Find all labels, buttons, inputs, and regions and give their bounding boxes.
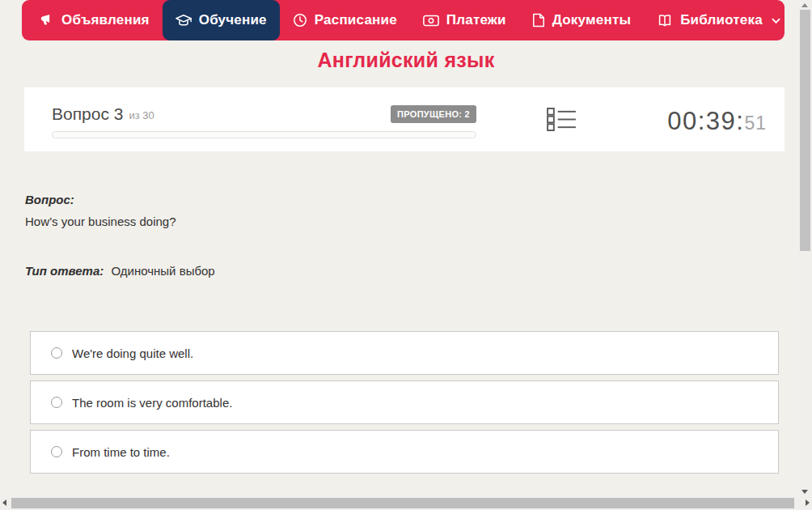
nav-item-announcements[interactable]: Объявления (27, 0, 163, 40)
scroll-down-arrow-icon[interactable] (801, 490, 808, 494)
radio-button[interactable] (51, 347, 62, 359)
checklist-icon (547, 108, 577, 134)
timer-minutes: 00:39: (667, 107, 744, 136)
horizontal-scrollbar[interactable] (0, 496, 812, 510)
question-card: Вопрос 3 из 30 ПРОПУЩЕНО: 2 00:39: 51 (24, 87, 785, 151)
chevron-down-icon (772, 18, 780, 24)
scroll-up-arrow-icon[interactable] (801, 3, 808, 7)
scroll-left-arrow-icon[interactable] (2, 499, 6, 506)
horizontal-scrollbar-thumb[interactable] (11, 498, 794, 508)
radio-button[interactable] (51, 397, 62, 408)
radio-button[interactable] (51, 446, 62, 457)
question-total: из 30 (129, 109, 154, 121)
megaphone-icon (40, 13, 54, 28)
answer-options: We're doing quite well. The room is very… (30, 331, 779, 474)
top-navigation: Объявления Обучение Расписание Платежи Д… (22, 0, 785, 40)
nav-item-label: Документы (552, 12, 631, 28)
clock-icon (293, 13, 307, 28)
timer-seconds: 51 (744, 113, 767, 134)
nav-item-label: Объявления (61, 12, 150, 28)
question-body: Вопрос: How’s your business doing? Тип о… (25, 192, 785, 279)
answer-option[interactable]: We're doing quite well. (30, 331, 779, 375)
nav-item-label: Обучение (199, 12, 267, 28)
question-list-button[interactable] (547, 108, 577, 134)
vertical-scrollbar-thumb[interactable] (800, 10, 810, 251)
question-number: Вопрос 3 (52, 104, 123, 124)
skipped-badge: ПРОПУЩЕНО: 2 (391, 105, 476, 123)
scroll-right-arrow-icon[interactable] (806, 499, 810, 506)
graduation-cap-icon (176, 14, 192, 28)
answer-option-label: We're doing quite well. (72, 346, 193, 360)
vertical-scrollbar[interactable] (798, 0, 812, 496)
nav-item-learning[interactable]: Обучение (163, 0, 280, 40)
document-icon (532, 13, 545, 28)
nav-item-label: Библиотека (680, 12, 763, 28)
answer-option-label: From time to time. (72, 445, 170, 459)
nav-item-documents[interactable]: Документы (519, 0, 644, 40)
answer-option[interactable]: The room is very comfortable. (30, 380, 779, 424)
open-book-icon (657, 14, 673, 28)
question-text: How’s your business doing? (25, 213, 785, 231)
nav-item-label: Расписание (315, 12, 397, 28)
answer-option-label: The room is very comfortable. (72, 396, 232, 410)
progress-bar (52, 131, 476, 138)
nav-item-label: Платежи (446, 12, 506, 28)
page-title: Английский язык (0, 49, 812, 72)
nav-item-library[interactable]: Библиотека (644, 0, 793, 40)
banknote-icon (423, 15, 439, 27)
nav-item-schedule[interactable]: Расписание (280, 0, 410, 40)
answer-type-value: Одиночный выбор (111, 264, 214, 278)
answer-type-label: Тип ответа: (25, 264, 104, 278)
question-label: Вопрос: (25, 192, 785, 208)
test-timer: 00:39: 51 (667, 107, 767, 136)
question-progress-block: Вопрос 3 из 30 ПРОПУЩЕНО: 2 (52, 104, 476, 138)
answer-option[interactable]: From time to time. (30, 430, 779, 474)
nav-item-payments[interactable]: Платежи (410, 0, 519, 40)
